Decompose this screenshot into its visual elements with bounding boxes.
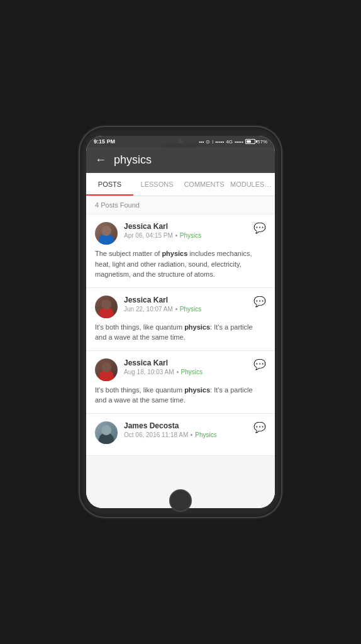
tab-modules[interactable]: MODULES & S	[228, 173, 275, 196]
signal-bars: •••••	[235, 139, 243, 145]
post-content: The subject matter of physics includes m…	[95, 248, 266, 280]
post-author: Jessica Karl	[124, 358, 250, 367]
post-meta: James Decosta Oct 06, 2016 11:18 AM Phys…	[124, 421, 250, 438]
avatar	[95, 421, 118, 444]
post-item[interactable]: James Decosta Oct 06, 2016 11:18 AM Phys…	[86, 414, 275, 456]
post-date-topic: Aug 18, 10:03 AM Physics	[124, 369, 250, 375]
post-meta: Jessica Karl Aug 18, 10:03 AM Physics	[124, 358, 250, 375]
post-header: James Decosta Oct 06, 2016 11:18 AM Phys…	[95, 421, 266, 444]
post-header: Jessica Karl Apr 06, 04:15 PM Physics 💬	[95, 222, 266, 245]
post-date: Oct 06, 2016 11:18 AM	[124, 431, 188, 438]
post-item[interactable]: Jessica Karl Jun 22, 10:07 AM Physics 💬 …	[86, 288, 275, 351]
status-right: ••• ⊙ ↕ ••••• 4G ••••• 57%	[199, 139, 267, 145]
post-meta: Jessica Karl Jun 22, 10:07 AM Physics	[124, 296, 250, 313]
post-author: James Decosta	[124, 421, 250, 430]
comment-icon: 💬	[253, 358, 266, 370]
network-type: 4G	[226, 139, 233, 145]
phone-frame: 9:15 PM ••• ⊙ ↕ ••••• 4G ••••• 57% ← phy…	[80, 127, 281, 517]
topic-dot	[177, 371, 179, 373]
battery-icon	[245, 139, 255, 144]
avatar	[95, 358, 118, 381]
post-topic: Physics	[195, 431, 216, 438]
phone-home-button[interactable]	[169, 489, 192, 512]
topic-dot	[175, 308, 177, 310]
posts-list: Jessica Karl Apr 06, 04:15 PM Physics 💬 …	[86, 214, 275, 508]
search-header: ← physics	[86, 147, 275, 173]
post-content: It's both things, like quantum physics: …	[95, 322, 266, 343]
post-header: Jessica Karl Aug 18, 10:03 AM Physics 💬	[95, 358, 266, 381]
post-date: Aug 18, 10:03 AM	[124, 369, 174, 375]
search-query-title: physics	[114, 153, 152, 167]
battery-fill	[247, 140, 251, 143]
post-date-topic: Apr 06, 04:15 PM Physics	[124, 232, 250, 239]
post-topic: Physics	[180, 306, 201, 313]
avatar	[95, 222, 118, 245]
signal-dots: ••• ⊙ ↕ •••••	[199, 139, 224, 145]
comment-icon: 💬	[253, 421, 266, 433]
post-date: Jun 22, 10:07 AM	[124, 306, 173, 313]
screen: 9:15 PM ••• ⊙ ↕ ••••• 4G ••••• 57% ← phy…	[86, 136, 275, 508]
comment-icon: 💬	[253, 296, 266, 308]
post-item[interactable]: Jessica Karl Aug 18, 10:03 AM Physics 💬 …	[86, 351, 275, 414]
tab-lessons[interactable]: LESSONS	[133, 173, 181, 196]
post-topic: Physics	[181, 369, 203, 375]
post-item[interactable]: Jessica Karl Apr 06, 04:15 PM Physics 💬 …	[86, 214, 275, 288]
tab-posts[interactable]: POSTS	[86, 173, 133, 196]
battery-percent: 57%	[257, 139, 267, 145]
topic-dot	[191, 434, 192, 436]
topic-dot	[175, 235, 177, 236]
post-date-topic: Jun 22, 10:07 AM Physics	[124, 306, 250, 313]
avatar	[95, 296, 118, 318]
post-topic: Physics	[180, 232, 201, 239]
results-count: 4 Posts Found	[86, 196, 275, 214]
status-time: 9:15 PM	[94, 138, 115, 145]
post-author: Jessica Karl	[124, 222, 250, 231]
post-header: Jessica Karl Jun 22, 10:07 AM Physics 💬	[95, 296, 266, 318]
post-author: Jessica Karl	[124, 296, 250, 304]
post-date: Apr 06, 04:15 PM	[124, 232, 173, 239]
tab-comments[interactable]: COMMENTS	[181, 173, 228, 196]
post-content: It's both things, like quantum physics: …	[95, 385, 266, 406]
phone-speaker	[162, 143, 199, 147]
post-meta: Jessica Karl Apr 06, 04:15 PM Physics	[124, 222, 250, 239]
comment-icon: 💬	[253, 222, 266, 234]
post-date-topic: Oct 06, 2016 11:18 AM Physics	[124, 431, 250, 438]
tab-bar: POSTS LESSONS COMMENTS MODULES & S	[86, 173, 275, 196]
back-button[interactable]: ←	[95, 153, 106, 167]
